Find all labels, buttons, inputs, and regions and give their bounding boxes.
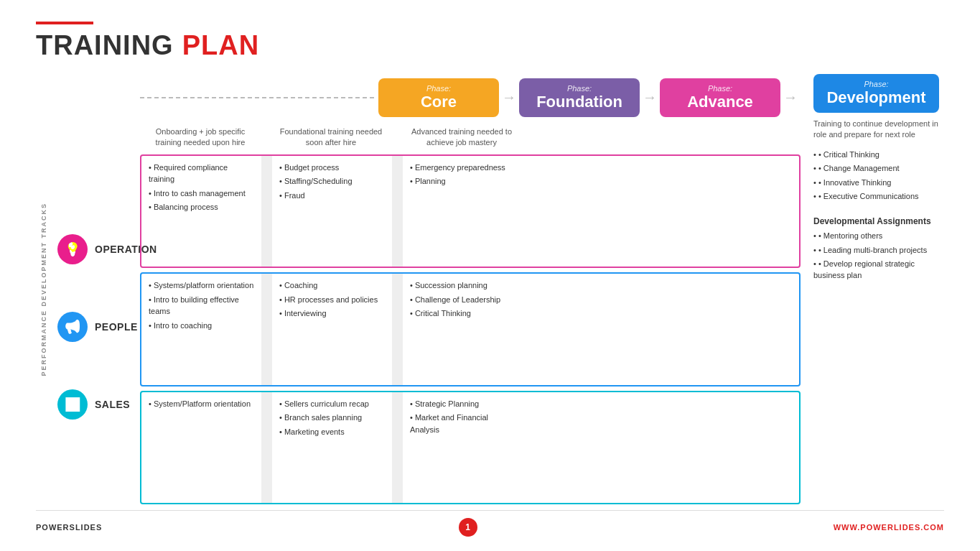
dev-column: Phase: Development Training to continue …	[801, 74, 944, 504]
people-core-cell: • Systems/platform orientation • Intro t…	[141, 274, 262, 384]
footer-brand-right: WWW.POWERLIDES.COM	[834, 523, 944, 532]
people-advance-cell: • Succession planning • Challenge of Lea…	[403, 274, 523, 384]
desc-foundation: Foundational training needed soon after …	[271, 125, 391, 150]
gap-4	[393, 274, 403, 384]
title-training: TRAINING	[36, 30, 174, 61]
dashed-line	[140, 97, 374, 98]
people-name: PEOPLE	[95, 321, 138, 333]
list-item: • HR processes and policies	[279, 294, 385, 306]
dev-assignments-list: • Mentoring others • Leading multi-branc…	[813, 231, 944, 284]
list-item: • Required compliance training	[149, 162, 254, 185]
vertical-label: PERFORMANCE DEVELOPMENT TRACKS	[40, 203, 47, 376]
dev-assign-item: • Leading multi-branch projects	[813, 245, 944, 256]
gap-6	[393, 392, 403, 503]
main-content: PERFORMANCE DEVELOPMENT TRACKS 💡 OPERATI…	[36, 74, 944, 504]
list-item: • Fraud	[279, 190, 385, 202]
footer-page-badge: 1	[459, 518, 477, 537]
list-item: • Systems/platform orientation	[149, 279, 254, 292]
track-operation: 💡 OPERATION	[57, 210, 140, 288]
title-plan: PLAN	[182, 30, 259, 61]
desc-row: Onboarding + job specific training neede…	[140, 125, 801, 150]
list-item: • Strategic Planning	[410, 398, 516, 410]
dev-assign-item: • Mentoring others	[813, 231, 944, 241]
dev-assignments-title: Developmental Assignments	[813, 216, 944, 226]
header-bar	[36, 22, 93, 24]
people-foundation-cell: • Coaching • HR processes and policies •…	[272, 274, 393, 384]
list-item: • Intro to cash management	[149, 187, 254, 200]
list-item: • Intro to building effective teams	[149, 294, 254, 318]
arrow-3: →	[783, 89, 798, 106]
tracks-area: 💡 OPERATION 📢 PEOPLE 📈 SALES	[57, 74, 140, 504]
list-item: • Sellers curriculum recap	[279, 398, 385, 410]
phase-dev-box: Phase: Development	[813, 74, 939, 113]
operation-row: • Required compliance training • Intro t…	[140, 154, 801, 268]
phase-dev-small: Phase:	[822, 80, 930, 88]
dev-bullets: • Critical Thinking • Change Management …	[813, 149, 944, 205]
list-item: • Interviewing	[279, 307, 385, 320]
track-sales: 📈 SALES	[57, 366, 140, 443]
list-item: • Market and Financial Analysis	[410, 412, 516, 435]
gap-2	[393, 156, 403, 267]
footer-brand-left: POWERSLIDES	[36, 523, 102, 532]
track-people: 📢 PEOPLE	[57, 288, 140, 366]
list-item: • System/Platform orientation	[149, 398, 254, 410]
list-item: • Intro to coaching	[149, 320, 254, 332]
data-rows: • Required compliance training • Intro t…	[140, 154, 801, 504]
sales-advance-cell: • Strategic Planning • Market and Financ…	[403, 392, 523, 503]
dev-assign-item: • Develop regional strategic business pl…	[813, 259, 944, 281]
phases-row: Phase: Core → Phase: Foundation → Phase:…	[140, 74, 801, 121]
phase-advance-box: Phase: Advance	[660, 78, 780, 117]
list-item: • Critical Thinking	[410, 307, 516, 320]
footer: POWERSLIDES 1 WWW.POWERLIDES.COM	[36, 510, 944, 537]
list-item: • Branch sales planning	[279, 412, 385, 424]
page: TRAINING PLAN PERFORMANCE DEVELOPMENT TR…	[0, 0, 980, 551]
list-item: • Marketing events	[279, 426, 385, 438]
desc-core: Onboarding + job specific training neede…	[140, 125, 261, 150]
list-item: • Emergency preparedness	[410, 162, 516, 174]
arrow-2: →	[643, 89, 657, 106]
operation-core-cell: • Required compliance training • Intro t…	[141, 156, 262, 267]
sales-icon: 📈	[57, 389, 88, 420]
list-item: • Budget process	[279, 162, 385, 174]
sales-name: SALES	[95, 399, 130, 410]
list-item: • Staffing/Scheduling	[279, 175, 385, 187]
phase-advance-big: Advance	[668, 93, 772, 111]
gap-3	[262, 274, 272, 384]
people-row: • Systems/platform orientation • Intro t…	[140, 272, 801, 386]
list-item: • Planning	[410, 175, 516, 187]
people-icon: 📢	[57, 312, 88, 342]
phase-dev-big: Development	[822, 88, 930, 107]
dev-bullet: • Critical Thinking	[813, 149, 944, 160]
gap-1	[262, 156, 272, 267]
grid-area: Phase: Core → Phase: Foundation → Phase:…	[140, 74, 801, 504]
list-item: • Challenge of Leadership	[410, 294, 516, 306]
dev-bullet: • Executive Communications	[813, 191, 944, 202]
list-item: • Succession planning	[410, 279, 516, 292]
phase-foundation-small: Phase:	[528, 84, 631, 93]
desc-advance: Advanced training needed to achieve job …	[401, 125, 522, 150]
phase-core-big: Core	[387, 93, 490, 111]
dev-bullet: • Innovative Thinking	[813, 177, 944, 188]
dev-bullet: • Change Management	[813, 163, 944, 174]
phase-foundation-big: Foundation	[528, 93, 631, 111]
list-item: • Coaching	[279, 279, 385, 292]
operation-advance-cell: • Emergency preparedness • Planning	[403, 156, 523, 267]
operation-foundation-cell: • Budget process • Staffing/Scheduling •…	[272, 156, 393, 267]
title-row: TRAINING PLAN	[36, 30, 944, 61]
arrow-1: →	[502, 89, 516, 106]
dev-desc: Training to continue development in role…	[813, 119, 944, 141]
phase-foundation-box: Phase: Foundation	[519, 78, 640, 117]
sales-core-cell: • System/Platform orientation	[141, 392, 262, 503]
phase-core-box: Phase: Core	[378, 78, 499, 117]
operation-icon: 💡	[57, 234, 88, 264]
list-item: • Balancing process	[149, 201, 254, 213]
gap-5	[262, 392, 272, 503]
sales-row: • System/Platform orientation • Sellers …	[140, 391, 801, 504]
vertical-label-wrap: PERFORMANCE DEVELOPMENT TRACKS	[36, 74, 52, 504]
sales-foundation-cell: • Sellers curriculum recap • Branch sale…	[272, 392, 393, 503]
phase-advance-small: Phase:	[668, 84, 772, 93]
phase-core-small: Phase:	[387, 84, 490, 93]
